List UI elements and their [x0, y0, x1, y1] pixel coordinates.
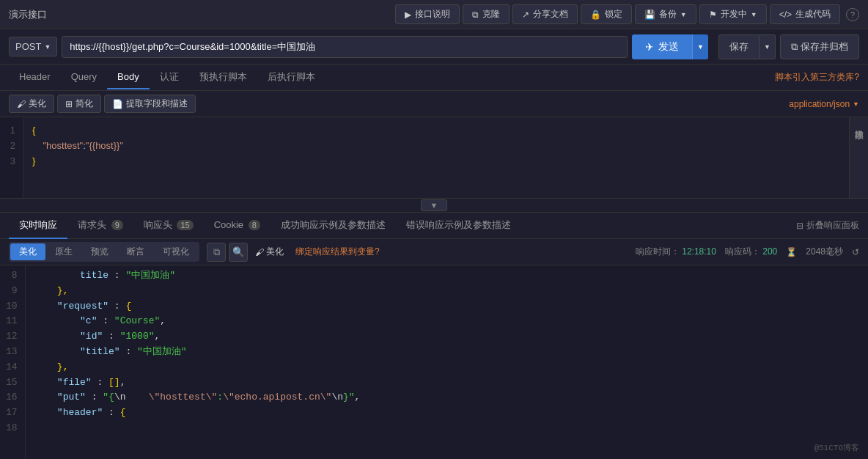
tab-realtime-response[interactable]: 实时响应 [9, 213, 67, 239]
method-select[interactable]: POST ▼ [9, 37, 57, 56]
key-put: "put" [57, 392, 86, 403]
share-label: 分享文档 [533, 8, 568, 21]
val-id: "1000" [120, 331, 155, 342]
resp-line-numbers: 8 9 10 11 12 13 14 15 16 17 18 [0, 265, 26, 459]
response-section: 实时响应 请求头 9 响应头 15 Cookie 8 成功响应示例及参数描述 错… [0, 213, 868, 459]
format-select[interactable]: application/json ▼ [789, 99, 859, 109]
refresh-icon[interactable]: ↺ [852, 247, 859, 257]
line-num-2: 2 [6, 139, 15, 154]
view-beautify-label: 美化 [19, 246, 37, 257]
tab-success-example[interactable]: 成功响应示例及参数描述 [271, 213, 396, 239]
dev-mode-label: 开发中 [721, 8, 747, 21]
response-time-value: 12:18:10 [682, 246, 716, 257]
tab-post-script[interactable]: 后执行脚本 [257, 65, 326, 91]
tab-response-headers[interactable]: 响应头 15 [133, 213, 204, 239]
tab-auth[interactable]: 认证 [150, 65, 189, 91]
val-host: "{{host}}" [86, 140, 123, 151]
response-time-label: 响应时间： 12:18:10 [636, 246, 716, 258]
body-toolbar: 🖌 美化 ⊞ 简化 📄 提取字段和描述 application/json ▼ [0, 91, 868, 117]
generate-code-label: 生成代码 [795, 8, 831, 21]
tab-pre-script[interactable]: 预执行脚本 [189, 65, 257, 91]
collapse-icon: ▼ [430, 201, 438, 210]
collapse-bar[interactable]: ▼ [0, 198, 868, 213]
search-response-button[interactable]: 🔍 [229, 243, 248, 262]
clone-button[interactable]: ⧉ 克隆 [463, 4, 510, 24]
resp-code-line-14: }, [34, 360, 859, 375]
code-editor-wrapper: 1 2 3 { "hosttest":"{{host}}" } [0, 117, 868, 198]
save-button[interactable]: 保存 [718, 34, 760, 59]
dev-dropdown-icon: ▼ [751, 11, 757, 18]
code-content[interactable]: { "hosttest":"{{host}}" } [23, 117, 868, 198]
help-icon[interactable]: ? [846, 8, 859, 21]
request-tab-bar: Header Query Body 认证 预执行脚本 后执行脚本 脚本引入第三方… [0, 65, 868, 91]
field-description-panel[interactable]: 字 段 描 述 [849, 117, 868, 198]
resp-code-line-16: "put" : "{\n \"hosttest\":\"echo.apipost… [34, 390, 859, 405]
key-title2: "title" [80, 346, 120, 357]
collapse-response-panel[interactable]: ⊟ 折叠响应面板 [796, 219, 859, 232]
tab-body[interactable]: Body [107, 65, 150, 89]
view-tab-raw[interactable]: 原生 [46, 243, 81, 260]
open-brace: { [32, 125, 35, 136]
fold-icon: ⊟ [796, 221, 803, 231]
line-numbers: 1 2 3 [0, 117, 23, 198]
val-put: "{\n \"hosttest\":\"echo.apipost.cn\"\n}… [103, 392, 354, 403]
code-line-1: { [32, 123, 859, 139]
bind-response-button[interactable]: 绑定响应结果到变量? [291, 243, 384, 260]
third-party-lib-link[interactable]: 脚本引入第三方类库? [775, 71, 859, 84]
method-dropdown-icon: ▼ [44, 43, 51, 51]
resp-code-line-15: "file" : [], [34, 375, 859, 391]
backup-icon: 💾 [644, 10, 655, 20]
share-icon: ↗ [522, 10, 529, 20]
play-icon: ▶ [405, 10, 411, 20]
tab-request-headers[interactable]: 请求头 9 [67, 213, 133, 239]
code-area-inner: 1 2 3 { "hosttest":"{{host}}" } [0, 117, 868, 198]
key-request: "request" [57, 301, 108, 312]
format-dropdown-icon: ▼ [853, 100, 859, 108]
simplify-button[interactable]: ⊞ 简化 [57, 95, 101, 113]
resp-code-line-13: "title" : "中国加油" [34, 345, 859, 360]
view-tab-assert[interactable]: 断言 [118, 243, 153, 260]
close-brace: } [32, 155, 35, 166]
save-archive-button[interactable]: ⧉ 保存并归档 [780, 34, 859, 59]
key-c: "c" [80, 315, 97, 326]
response-tab-bar: 实时响应 请求头 9 响应头 15 Cookie 8 成功响应示例及参数描述 错… [0, 213, 868, 239]
send-dropdown-button[interactable]: ▼ [692, 34, 708, 59]
resp-code-line-8: title : "中国加油" [34, 268, 859, 284]
tab-query[interactable]: Query [61, 65, 107, 89]
fold-label: 折叠响应面板 [806, 219, 859, 232]
send-button[interactable]: ✈ 发送 [632, 34, 692, 59]
resp-code-line-17: "header" : { [34, 405, 859, 421]
resp-line-18: 18 [6, 421, 18, 436]
success-example-label: 成功响应示例及参数描述 [281, 219, 386, 230]
tab-cookie[interactable]: Cookie 8 [204, 213, 271, 238]
url-input[interactable]: https://{{host}}/get.php?c=Course&id=100… [62, 36, 628, 58]
view-tab-beautify[interactable]: 美化 [10, 243, 45, 260]
resp-code-line-9: }, [34, 284, 859, 299]
dev-mode-button[interactable]: ⚑ 开发中 ▼ [699, 4, 767, 24]
save-dropdown-button[interactable]: ▼ [760, 34, 776, 59]
extract-button[interactable]: 📄 提取字段和描述 [104, 95, 196, 113]
key-hosttest: "hosttest" [43, 140, 83, 151]
share-button[interactable]: ↗ 分享文档 [512, 4, 578, 24]
copy-response-button[interactable]: ⧉ [207, 243, 226, 262]
doc-icon: 📄 [112, 99, 123, 109]
resp-line-8: 8 [6, 268, 18, 284]
backup-button[interactable]: 💾 备份 ▼ [635, 4, 696, 24]
beautify-button[interactable]: 🖌 美化 [9, 95, 54, 113]
view-tab-preview[interactable]: 预览 [82, 243, 117, 260]
resp-line-17: 17 [6, 405, 18, 421]
view-tab-visual[interactable]: 可视化 [154, 243, 198, 260]
hourglass-icon: ⏳ [786, 247, 797, 257]
simplify-icon: ⊞ [65, 99, 73, 109]
archive-icon: ⧉ [791, 41, 798, 53]
lock-button[interactable]: 🔒 锁定 [581, 4, 632, 24]
code-icon: </> [779, 10, 792, 20]
generate-code-button[interactable]: </> 生成代码 [770, 4, 840, 24]
api-doc-button[interactable]: ▶ 接口说明 [395, 4, 460, 24]
tab-error-example[interactable]: 错误响应示例及参数描述 [396, 213, 521, 239]
tab-header[interactable]: Header [9, 65, 61, 89]
clone-icon: ⧉ [472, 10, 479, 20]
resp-code-line-10: "request" : { [34, 299, 859, 315]
resp-beautify-button[interactable]: 🖌 美化 [251, 243, 288, 260]
brush-icon: 🖌 [17, 99, 26, 109]
